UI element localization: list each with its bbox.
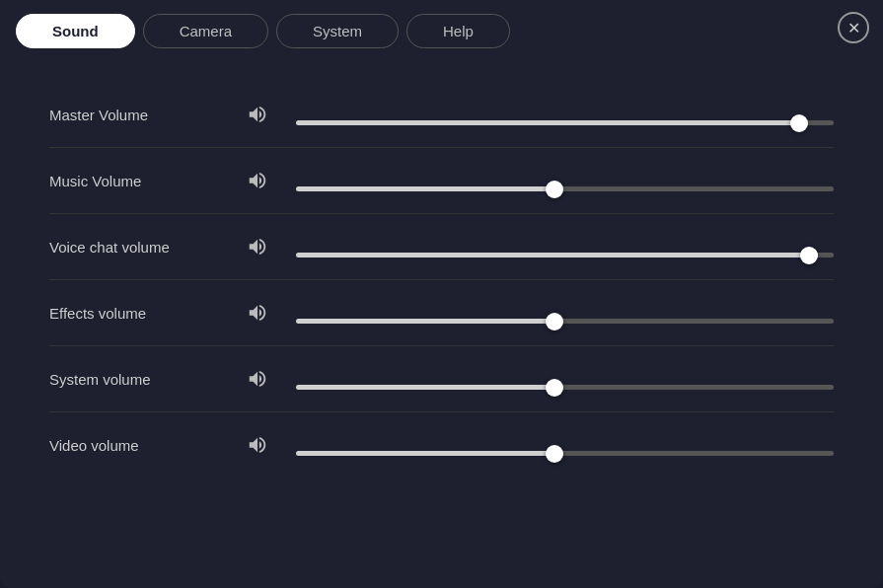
slider-track-container-master-volume [296,111,834,117]
speaker-icon-system-volume [247,368,276,390]
slider-track-container-voice-chat-volume [296,244,834,250]
tab-help[interactable]: Help [406,14,510,48]
app-container: SoundCameraSystemHelp ✕ Master Volume Mu… [0,0,883,588]
speaker-icon-music-volume [247,170,276,191]
slider-label-effects-volume: Effects volume [49,305,247,322]
slider-row-system-volume: System volume [49,346,834,412]
tab-sound[interactable]: Sound [16,14,135,48]
slider-label-video-volume: Video volume [49,437,247,454]
slider-input-master-volume[interactable] [296,120,834,125]
slider-row-effects-volume: Effects volume [49,280,834,346]
slider-input-voice-chat-volume[interactable] [296,253,834,257]
speaker-icon-master-volume [247,104,276,125]
content-area: Master Volume Music Volume Voice chat vo… [0,62,883,588]
tab-camera[interactable]: Camera [143,14,268,48]
tab-system[interactable]: System [276,14,399,48]
slider-label-voice-chat-volume: Voice chat volume [49,239,247,256]
slider-track-container-music-volume [296,178,834,184]
slider-label-system-volume: System volume [49,371,247,388]
speaker-icon-voice-chat-volume [247,236,276,257]
slider-input-effects-volume[interactable] [296,319,834,324]
slider-input-video-volume[interactable] [296,451,834,456]
slider-row-video-volume: Video volume [49,412,834,478]
close-button[interactable]: ✕ [838,12,869,43]
slider-row-music-volume: Music Volume [49,148,834,214]
speaker-icon-video-volume [247,434,276,456]
slider-input-system-volume[interactable] [296,385,834,390]
slider-row-master-volume: Master Volume [49,82,834,148]
slider-label-master-volume: Master Volume [49,107,247,123]
slider-track-container-video-volume [296,442,834,448]
slider-label-music-volume: Music Volume [49,173,247,189]
slider-track-container-effects-volume [296,310,834,316]
speaker-icon-effects-volume [247,302,276,324]
tab-bar: SoundCameraSystemHelp ✕ [0,0,883,62]
slider-input-music-volume[interactable] [296,186,834,191]
slider-row-voice-chat-volume: Voice chat volume [49,214,834,280]
slider-track-container-system-volume [296,376,834,382]
